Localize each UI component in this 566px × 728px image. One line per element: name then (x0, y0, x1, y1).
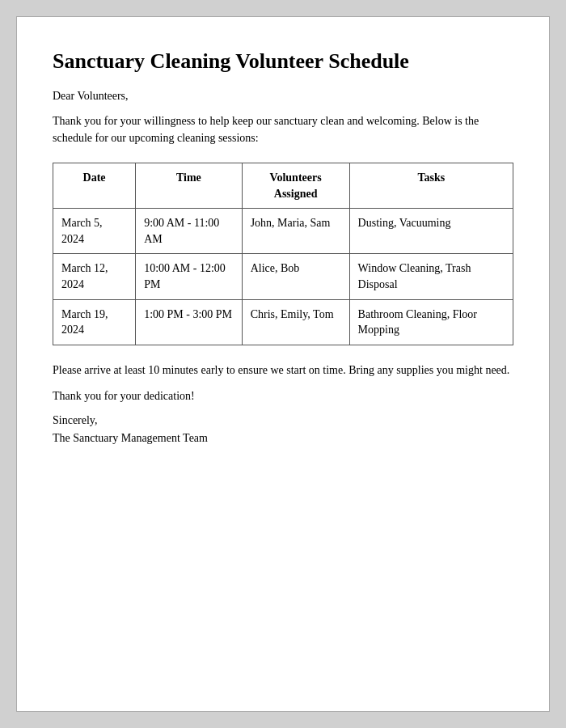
cell-tasks: Bathroom Cleaning, Floor Mopping (349, 299, 513, 345)
col-header-volunteers: Volunteers Assigned (242, 163, 349, 209)
cell-time: 1:00 PM - 3:00 PM (136, 299, 243, 345)
cell-time: 9:00 AM - 11:00 AM (136, 209, 243, 254)
table-row: March 5, 20249:00 AM - 11:00 AMJohn, Mar… (53, 209, 513, 254)
cell-tasks: Dusting, Vacuuming (349, 209, 513, 254)
note-text: Please arrive at least 10 minutes early … (53, 362, 513, 379)
cell-volunteers: Alice, Bob (242, 254, 349, 299)
cell-date: March 12, 2024 (53, 254, 136, 299)
cell-volunteers: John, Maria, Sam (242, 209, 349, 254)
cell-date: March 19, 2024 (53, 299, 136, 345)
col-header-date: Date (53, 163, 136, 209)
signature-text: The Sanctuary Management Team (53, 432, 513, 445)
thanks-text: Thank you for your dedication! (53, 390, 513, 403)
cell-volunteers: Chris, Emily, Tom (242, 299, 349, 345)
intro-text: Thank you for your willingness to help k… (53, 112, 513, 146)
salutation: Dear Volunteers, (53, 90, 513, 103)
table-header-row: Date Time Volunteers Assigned Tasks (53, 163, 513, 209)
table-row: March 12, 202410:00 AM - 12:00 PMAlice, … (53, 254, 513, 299)
cell-tasks: Window Cleaning, Trash Disposal (349, 254, 513, 299)
document-container: Sanctuary Cleaning Volunteer Schedule De… (16, 16, 550, 712)
document-title: Sanctuary Cleaning Volunteer Schedule (53, 49, 513, 74)
cell-date: March 5, 2024 (53, 209, 136, 254)
sincerely-text: Sincerely, (53, 414, 513, 427)
col-header-tasks: Tasks (349, 163, 513, 209)
cell-time: 10:00 AM - 12:00 PM (136, 254, 243, 299)
col-header-time: Time (136, 163, 243, 209)
table-row: March 19, 20241:00 PM - 3:00 PMChris, Em… (53, 299, 513, 345)
schedule-table: Date Time Volunteers Assigned Tasks Marc… (53, 163, 513, 345)
